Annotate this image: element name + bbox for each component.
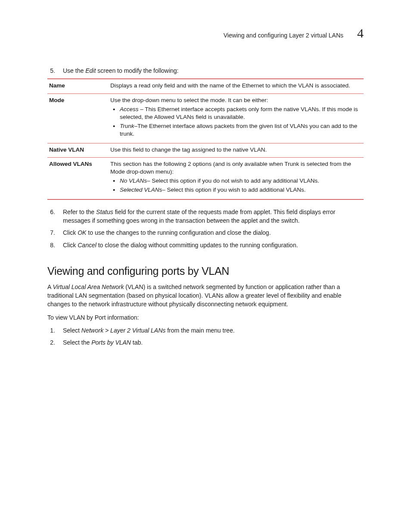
bullet-list: No VLANs– Select this option if you do n… <box>110 177 360 194</box>
procedure-step-2: 2. Select the Ports by VLAN tab. <box>47 338 364 347</box>
definitions-table: Name Displays a read only field and with… <box>47 78 364 199</box>
intro-paragraph: A Virtual Local Area Network (VLAN) is a… <box>47 283 364 309</box>
step-text: Use the Edit screen to modify the follow… <box>63 66 364 75</box>
table-row: Native VLAN Use this field to change the… <box>47 143 364 157</box>
chapter-number: 4 <box>357 26 364 40</box>
term-desc: Use the drop-down menu to select the mod… <box>109 93 364 143</box>
step-text: Select Network > Layer 2 Virtual LANs fr… <box>63 326 364 335</box>
step-number: 2. <box>47 338 55 347</box>
step-7: 7. Click OK to use the changes to the ru… <box>47 228 364 237</box>
term-name: Name <box>47 79 109 93</box>
table-row: Name Displays a read only field and with… <box>47 79 364 93</box>
term-native-vlan: Native VLAN <box>47 143 109 157</box>
step-text: Click Cancel to close the dialog without… <box>63 241 364 249</box>
step-number: 6. <box>47 208 55 225</box>
procedure-step-1: 1. Select Network > Layer 2 Virtual LANs… <box>47 326 364 335</box>
step-8: 8. Click Cancel to close the dialog with… <box>47 241 364 249</box>
term-mode: Mode <box>47 93 109 143</box>
list-item: Access – This Ethernet interface accepts… <box>110 106 360 121</box>
term-allowed-vlans: Allowed VLANs <box>47 157 109 199</box>
list-item: Trunk–The Ethernet interface allows pack… <box>110 122 360 138</box>
table-row: Mode Use the drop-down menu to select th… <box>47 93 364 143</box>
step-5: 5. Use the Edit screen to modify the fol… <box>47 66 364 75</box>
lead-sentence: To view VLAN by Port information: <box>47 313 364 322</box>
step-number: 5. <box>47 66 55 75</box>
term-desc: This section has the following 2 options… <box>109 157 364 199</box>
step-number: 1. <box>47 326 55 335</box>
step-text: Select the Ports by VLAN tab. <box>63 338 364 347</box>
step-text: Click OK to use the changes to the runni… <box>63 228 364 237</box>
step-number: 8. <box>47 241 55 249</box>
running-header: Viewing and configuring Layer 2 virtual … <box>47 26 364 40</box>
running-title: Viewing and configuring Layer 2 virtual … <box>224 32 343 39</box>
list-item: No VLANs– Select this option if you do n… <box>110 177 360 185</box>
bullet-list: Access – This Ethernet interface accepts… <box>110 106 360 138</box>
term-desc: Displays a read only field and with the … <box>109 79 364 93</box>
step-6: 6. Refer to the Status field for the cur… <box>47 208 364 225</box>
table-row: Allowed VLANs This section has the follo… <box>47 157 364 199</box>
step-number: 7. <box>47 228 55 237</box>
page: Viewing and configuring Layer 2 virtual … <box>0 0 411 385</box>
section-heading: Viewing and configuring ports by VLAN <box>47 265 364 277</box>
step-text: Refer to the Status field for the curren… <box>63 208 364 225</box>
list-item: Selected VLANs– Select this option if yo… <box>110 186 360 194</box>
term-desc: Use this field to change the tag assigne… <box>109 143 364 157</box>
